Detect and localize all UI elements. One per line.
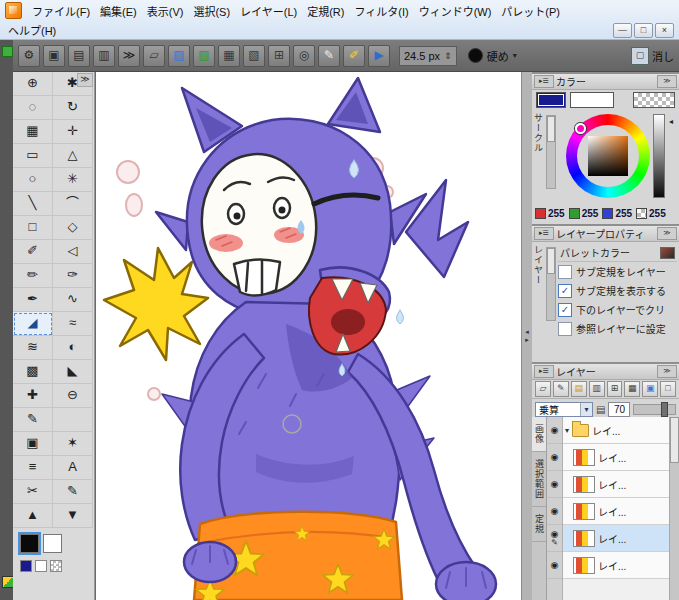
tool-rectangle[interactable]: □ [13, 216, 53, 240]
value-slider[interactable]: ◂ [653, 114, 665, 198]
menu-window[interactable]: ウィンドウ(W) [414, 1, 497, 21]
tool-airbrush[interactable]: ✑ [53, 264, 93, 288]
expand-triangle-icon[interactable]: ▾ [565, 426, 569, 435]
layer-row-1[interactable]: ▾レイ... [563, 417, 669, 444]
mini-palette-icon[interactable] [50, 560, 62, 572]
tool-select-rect[interactable]: ▭ [13, 144, 53, 168]
tool-scroll-down[interactable]: ▼ [53, 504, 93, 528]
capture-icon[interactable]: ◎ [293, 45, 315, 67]
tool-select-pen[interactable]: ✐ [13, 240, 53, 264]
tool-zoom-out[interactable]: ⊖ [53, 384, 93, 408]
brush-size-field[interactable]: 24.5 px ⇕ [399, 46, 457, 66]
run-icon[interactable]: ▶ [368, 45, 390, 67]
menu-edit[interactable]: 編集(E) [95, 1, 142, 21]
tool-select-eraser[interactable]: ◁ [53, 240, 93, 264]
grid-c-icon[interactable]: ⊞ [268, 45, 290, 67]
sv-square[interactable] [588, 136, 628, 176]
primary-color-swatch[interactable] [536, 92, 566, 108]
props-scrollbar[interactable] [546, 247, 556, 321]
foreground-color-swatch[interactable] [20, 534, 39, 553]
menu-view[interactable]: 表示(V) [142, 1, 189, 21]
layer-row-6[interactable]: レイ... [563, 552, 669, 579]
menu-select[interactable]: 選択(S) [188, 1, 235, 21]
menu-ruler[interactable]: 定規(R) [302, 1, 349, 21]
layout-1-icon[interactable]: ▣ [43, 45, 65, 67]
layout-2-icon[interactable]: ▤ [68, 45, 90, 67]
pen-yellow-icon[interactable]: ✐ [343, 45, 365, 67]
more-icon[interactable]: ≫ [118, 45, 140, 67]
menu-help[interactable]: ヘルプ(H) [3, 20, 61, 40]
blend-mode-select[interactable]: 乗算 ▾ [535, 402, 593, 417]
collapse-right-icon[interactable]: ▸ [525, 336, 529, 344]
tab-image[interactable]: 画像 [532, 417, 546, 452]
tool-watercolor[interactable]: ∿ [53, 288, 93, 312]
checkbox-show-sub-ruler[interactable]: ✓ [558, 284, 572, 298]
window-close-button[interactable]: × [655, 23, 674, 38]
spinner-icon[interactable]: ⇕ [444, 51, 452, 61]
eye-icon[interactable]: ◉ [551, 480, 559, 489]
settings-gear-icon[interactable]: ⚙ [18, 45, 40, 67]
new-pen-layer-button[interactable]: ✎ [553, 381, 569, 397]
option-set-reference-layer[interactable]: 参照レイヤーに設定 [558, 319, 677, 338]
panel-menu-button[interactable]: ▸☰ [534, 227, 554, 240]
checkbox-set-reference-layer[interactable] [558, 322, 572, 336]
tool-stamp[interactable]: ▣ [13, 432, 53, 456]
tool-tone[interactable]: ≡ [13, 456, 53, 480]
props-side-label[interactable]: レイヤー [533, 245, 545, 285]
option-show-sub-ruler[interactable]: ✓サブ定規を表示する [558, 281, 677, 300]
background-color-swatch[interactable] [43, 534, 62, 553]
tool-smudge[interactable]: ✶ [53, 432, 93, 456]
new-layer-button[interactable]: ▱ [535, 381, 551, 397]
layer-row-5[interactable]: レイ... [563, 525, 669, 552]
menu-layer[interactable]: レイヤー(L) [235, 1, 302, 21]
layout-3-icon[interactable]: ▥ [93, 45, 115, 67]
mini-swatch-primary[interactable] [20, 560, 32, 572]
opacity-slider[interactable] [633, 404, 676, 415]
tab-ruler[interactable]: 定規 [532, 507, 546, 542]
toggle-b-button[interactable]: □ [660, 381, 676, 397]
panel-expand-button[interactable]: ≫ [657, 365, 677, 378]
mini-swatch-secondary[interactable] [35, 560, 47, 572]
tool-bucket[interactable]: ◣ [53, 360, 93, 384]
eye-icon[interactable]: ◉ [551, 426, 559, 435]
eye-icon[interactable]: ◉ [551, 453, 559, 462]
grid-a-icon[interactable]: ▦ [218, 45, 240, 67]
tool-move[interactable]: ✛ [53, 120, 93, 144]
option-sub-ruler-to-layer[interactable]: サブ定規をレイヤー [558, 262, 677, 281]
pen-white-icon[interactable]: ✎ [318, 45, 340, 67]
window-maximize-button[interactable]: □ [634, 23, 653, 38]
eye-icon[interactable]: ◉ [551, 507, 559, 516]
tool-brush[interactable]: ✒ [13, 288, 53, 312]
tool-dodge[interactable]: ◐ [53, 336, 93, 360]
tool-pencil[interactable]: ✏ [13, 264, 53, 288]
tool-select-polygon[interactable]: △ [53, 144, 93, 168]
window-minimize-button[interactable]: — [613, 23, 632, 38]
checkbox-sub-ruler-to-layer[interactable] [558, 265, 572, 279]
color-mode-scrollbar[interactable] [546, 115, 556, 189]
hue-wheel[interactable] [566, 114, 650, 198]
tool-ellipse[interactable]: ◇ [53, 216, 93, 240]
opacity-slider-knob[interactable] [661, 402, 668, 417]
selection-green-icon[interactable]: ▨ [193, 45, 215, 67]
tool-scroll-up[interactable]: ▲ [13, 504, 53, 528]
tool-finger[interactable]: ≈ [53, 312, 93, 336]
tab-selection[interactable]: 選択範囲 [532, 452, 546, 507]
layer-row-4[interactable]: レイ... [563, 498, 669, 525]
tool-text[interactable]: A [53, 456, 93, 480]
toolbox-expand-icon[interactable]: ≫ [77, 73, 93, 87]
new-folder-button[interactable]: ▤ [571, 381, 587, 397]
canvas-splitter[interactable]: ◂ ▸ [521, 72, 532, 600]
duplicate-icon[interactable]: ▱ [143, 45, 165, 67]
tool-blur[interactable]: ≋ [13, 336, 53, 360]
transparent-swatch[interactable] [633, 92, 675, 108]
tool-zoom[interactable]: ⊕ [13, 72, 53, 96]
panel-menu-button[interactable]: ▸☰ [534, 365, 554, 378]
opacity-value[interactable]: 70 [608, 402, 630, 417]
selection-blue-icon[interactable]: ▨ [168, 45, 190, 67]
menu-filter[interactable]: フィルタ(I) [349, 1, 413, 21]
tool-color-picker[interactable]: ✚ [13, 384, 53, 408]
collapse-left-icon[interactable]: ◂ [525, 328, 529, 336]
checkbox-clip-to-lower-layer[interactable]: ✓ [558, 303, 572, 317]
tool-gradient[interactable]: ▩ [13, 360, 53, 384]
panel-menu-button[interactable]: ▸☰ [534, 75, 554, 88]
